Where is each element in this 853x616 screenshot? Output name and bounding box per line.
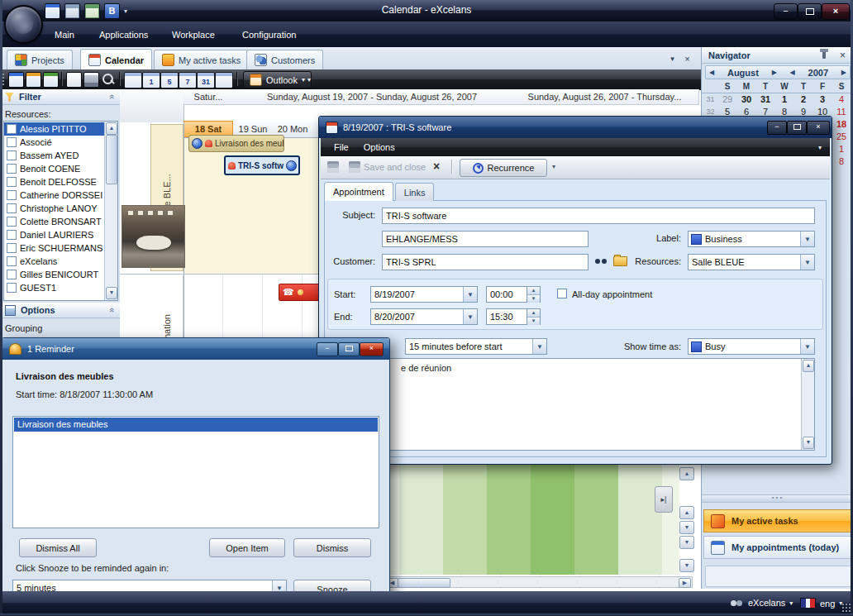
resource-item[interactable]: Benoit DELFOSSE bbox=[4, 175, 104, 189]
mini-calendar-day[interactable]: 30 bbox=[737, 93, 755, 106]
customer-field[interactable]: TRI-S SPRL bbox=[382, 254, 589, 270]
delete-icon[interactable]: × bbox=[433, 160, 440, 173]
week-band-header[interactable]: Satur... bbox=[183, 89, 234, 105]
mini-calendar-day[interactable]: 1 bbox=[832, 143, 851, 155]
menu-options[interactable]: Options bbox=[357, 141, 402, 154]
resource-checkbox[interactable] bbox=[7, 270, 17, 279]
week-band-header[interactable]: Sunday, August 19, 2007 - Sunday, August… bbox=[233, 89, 512, 105]
minimize-button[interactable]: − bbox=[317, 342, 338, 356]
close-icon[interactable]: × bbox=[840, 50, 846, 61]
collapse-chevron-icon[interactable]: « bbox=[107, 308, 117, 313]
work-week-view-button[interactable]: 5 bbox=[160, 72, 179, 88]
week-view-button[interactable]: 7 bbox=[179, 72, 197, 88]
navigator-header[interactable]: Navigator × bbox=[702, 47, 853, 64]
scroll-up-icon[interactable]: ▲ bbox=[106, 122, 117, 135]
resource-checkbox[interactable] bbox=[7, 137, 17, 147]
mini-calendar-day[interactable]: 31 bbox=[756, 93, 774, 106]
page-down-icon[interactable]: ▼ bbox=[679, 536, 694, 549]
close-button[interactable]: × bbox=[807, 121, 830, 135]
scroll-down-icon[interactable]: ▼ bbox=[803, 437, 814, 449]
week-band-header[interactable]: Sunday, August 26, 2007 - Thursday... bbox=[511, 89, 699, 105]
resource-item[interactable]: eXcelans bbox=[4, 255, 104, 268]
next-year-icon[interactable]: ▶ bbox=[841, 69, 846, 76]
toolbar-overflow-icon[interactable]: ▾ bbox=[307, 76, 311, 84]
my-appointments-button[interactable]: My appointments (today) bbox=[703, 536, 852, 559]
resource-item[interactable]: GUEST1 bbox=[4, 281, 104, 294]
menu-workplace[interactable]: Workplace bbox=[165, 27, 222, 42]
chevron-down-icon[interactable]: ▼ bbox=[463, 287, 477, 302]
menu-file[interactable]: File bbox=[327, 141, 355, 154]
start-date-combo[interactable]: 8/19/2007 ▼ bbox=[370, 286, 478, 303]
reminder-listbox[interactable]: Livraison des meubles bbox=[12, 416, 379, 528]
minimize-button[interactable]: − bbox=[767, 121, 787, 135]
resource-checkbox[interactable] bbox=[7, 164, 17, 174]
resources-scrollbar[interactable]: ▲ ▼ bbox=[104, 122, 117, 300]
resource-item[interactable]: Alessio PITITTO bbox=[4, 122, 104, 136]
mini-calendar-day[interactable]: 2 bbox=[794, 93, 812, 106]
save-and-close-button[interactable]: Save and close bbox=[364, 162, 426, 172]
minimize-button[interactable] bbox=[774, 3, 798, 20]
resource-checkbox[interactable] bbox=[7, 230, 17, 240]
menu-main[interactable]: Main bbox=[48, 27, 81, 42]
pin-icon[interactable] bbox=[822, 51, 826, 59]
subject-field[interactable]: TRI-S software bbox=[382, 208, 815, 224]
maximize-button[interactable] bbox=[338, 342, 360, 356]
chevron-down-icon[interactable]: ▼ bbox=[800, 255, 814, 270]
print-icon[interactable] bbox=[83, 72, 99, 88]
toolbar-overflow-icon[interactable]: ▾ bbox=[552, 163, 555, 170]
open-customer-icon[interactable] bbox=[613, 256, 627, 266]
menu-configuration[interactable]: Configuration bbox=[236, 27, 303, 42]
mini-calendar-day[interactable]: 25 bbox=[832, 131, 851, 143]
mini-calendar-day[interactable]: 8 bbox=[832, 155, 851, 168]
appointment-dialog-titlebar[interactable]: 8/19/2007 : TRI-S software bbox=[319, 117, 832, 138]
refresh-icon[interactable] bbox=[66, 72, 82, 88]
my-active-tasks-button[interactable]: My active tasks bbox=[703, 509, 852, 532]
expand-pane-button[interactable]: ▸| bbox=[655, 486, 673, 513]
tab-calendar[interactable]: Calendar bbox=[80, 49, 152, 70]
mini-calendar-day[interactable]: 4 bbox=[832, 93, 851, 106]
spin-down-icon[interactable]: ▼ bbox=[527, 318, 540, 325]
end-time-spinner[interactable]: 15:30 ▲▼ bbox=[486, 308, 541, 325]
chevron-down-icon[interactable]: ▼ bbox=[800, 339, 814, 354]
day-view-button[interactable]: 1 bbox=[142, 72, 160, 88]
chevron-down-icon[interactable]: ▼ bbox=[532, 339, 546, 354]
app-orb-button[interactable] bbox=[4, 5, 43, 44]
resource-item[interactable]: Christophe LANOY bbox=[4, 202, 104, 215]
tab-close-icon[interactable]: × bbox=[681, 53, 693, 65]
outlook-view-dropdown[interactable]: Outlook ▾ bbox=[243, 71, 312, 88]
panel-splitter[interactable]: ••• bbox=[702, 494, 853, 503]
table-view-button[interactable] bbox=[124, 72, 142, 88]
resource-item[interactable]: Colette BRONSART bbox=[4, 215, 104, 228]
dismiss-button[interactable]: Dismiss bbox=[293, 538, 371, 557]
resource-item[interactable]: Gilles BENICOURT bbox=[4, 268, 104, 281]
all-day-checkbox[interactable] bbox=[557, 289, 567, 298]
resource-checkbox[interactable] bbox=[7, 203, 17, 213]
resource-checkbox[interactable] bbox=[7, 190, 17, 200]
menubar-overflow-icon[interactable]: ▾ bbox=[818, 144, 822, 151]
resource-checkbox[interactable] bbox=[7, 124, 17, 134]
mini-calendar-day[interactable]: 11 bbox=[832, 106, 851, 118]
resources-combo[interactable]: Salle BLEUE ▼ bbox=[688, 254, 815, 270]
copy-appointment-icon[interactable] bbox=[43, 72, 59, 88]
location-field[interactable]: EHLANGE/MESS bbox=[382, 231, 589, 247]
scrollbar-thumb[interactable] bbox=[398, 578, 450, 588]
recurrence-button[interactable]: Recurrence bbox=[460, 159, 547, 177]
scrollbar-thumb[interactable] bbox=[106, 135, 117, 184]
end-date-combo[interactable]: 8/20/2007 ▼ bbox=[370, 308, 478, 325]
scroll-down-icon[interactable]: ▼ bbox=[106, 287, 117, 299]
notes-scrollbar[interactable]: ▲ ▼ bbox=[801, 359, 814, 450]
resource-item[interactable]: Daniel LAURIERS bbox=[4, 228, 104, 241]
row-up-icon[interactable]: ▲ bbox=[679, 506, 694, 519]
chevron-down-icon[interactable]: ▼ bbox=[800, 232, 814, 246]
show-time-combo[interactable]: Busy ▼ bbox=[688, 338, 815, 355]
resource-item[interactable]: Bassem AYED bbox=[4, 149, 104, 162]
close-button[interactable]: × bbox=[360, 342, 384, 356]
mini-calendar-day[interactable]: 1 bbox=[775, 93, 793, 106]
spin-up-icon[interactable]: ▲ bbox=[527, 309, 540, 318]
resource-item[interactable]: Catherine DORSSEI bbox=[4, 189, 104, 202]
options-header[interactable]: Options « bbox=[0, 303, 120, 318]
maximize-button[interactable] bbox=[798, 3, 822, 20]
resource-checkbox[interactable] bbox=[7, 217, 17, 227]
tab-customers[interactable]: Customers bbox=[246, 50, 323, 69]
scroll-down-icon[interactable]: ▼ bbox=[679, 559, 694, 572]
